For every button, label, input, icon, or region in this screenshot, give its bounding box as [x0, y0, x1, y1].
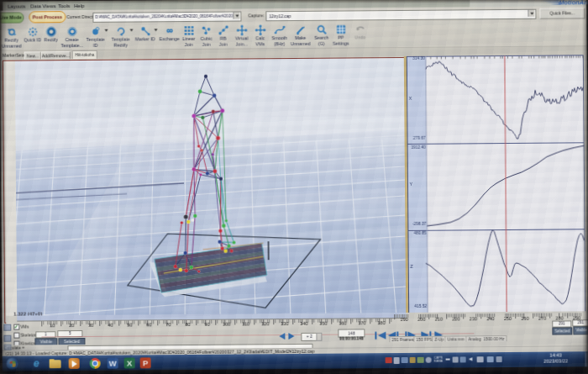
svg-text:415.52: 415.52: [414, 304, 427, 308]
svg-text:480.85: 480.85: [414, 231, 427, 235]
svg-text:Y: Y: [409, 182, 412, 187]
svg-text:X: X: [409, 96, 412, 101]
svg-text:314.30: 314.30: [412, 55, 425, 60]
svg-text:279.67: 279.67: [413, 136, 426, 140]
svg-text:-298.37: -298.37: [412, 221, 427, 225]
svg-text:1912.40: 1912.40: [411, 145, 426, 149]
